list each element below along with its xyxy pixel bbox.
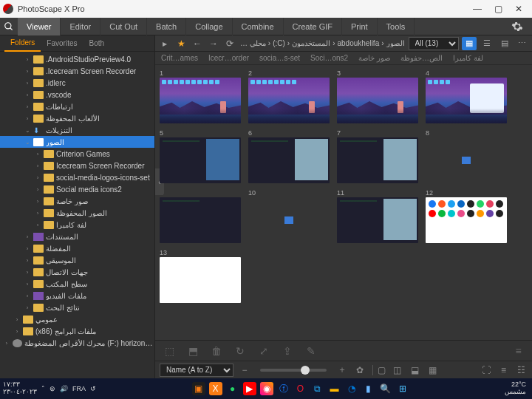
tree-node[interactable]: ›Social media icons2 <box>0 183 154 195</box>
tab-viewer[interactable]: Viewer <box>18 18 61 35</box>
tree-node[interactable]: ›عمومي <box>0 313 154 325</box>
opera-icon[interactable]: O <box>294 382 307 395</box>
thumb-item[interactable]: 7 <box>337 129 418 183</box>
tree-node[interactable]: ›(x86) ملفات البرامج <box>0 325 154 337</box>
list-toggle-icon[interactable]: ≡ <box>497 365 511 375</box>
rotate-icon[interactable]: ↻ <box>232 345 248 357</box>
thumb-item[interactable]: 13 <box>160 249 241 303</box>
sidebar-tab-folders[interactable]: Folders <box>4 35 41 52</box>
thumb-item[interactable]: 2 <box>248 69 330 123</box>
subcat-item[interactable]: Crit…ames <box>161 54 198 62</box>
tab-editor[interactable]: Editor <box>61 18 100 35</box>
tree-node[interactable]: ›ارتباطات <box>0 100 154 112</box>
folder-tree[interactable]: ›.AndroidStudioPreview4.0›.Icecream Scre… <box>0 52 154 378</box>
zoom-out-icon[interactable]: − <box>238 365 251 375</box>
layout-2-icon[interactable]: ◫ <box>390 365 403 375</box>
tree-node[interactable]: ⌄⬇التنزيلات <box>0 124 154 136</box>
tree-node[interactable]: ⌄الصور <box>0 136 154 148</box>
subcat-item[interactable]: الص…حفوظة <box>400 54 443 62</box>
sidebar-tab-both[interactable]: Both <box>83 35 110 52</box>
start-icon[interactable]: ⊞ <box>396 382 409 395</box>
lang-indicator[interactable]: FRA <box>72 385 86 392</box>
zoom-in-icon[interactable]: ＋ <box>335 364 349 376</box>
tree-node[interactable]: ›المفضلة <box>0 242 154 254</box>
tree-node[interactable]: ›.idlerc <box>0 77 154 89</box>
tree-node[interactable]: ›.vscode <box>0 89 154 100</box>
tree-node[interactable]: ›محرك الأقراص المضغوطة (F:) horizonchas <box>0 337 154 349</box>
sync-icon[interactable]: ↺ <box>90 385 96 392</box>
thumb-item[interactable]: 11 <box>337 189 418 243</box>
fullscreen-icon[interactable]: ⛶ <box>480 365 493 375</box>
layout-1-icon[interactable]: ▢ <box>372 365 386 375</box>
wifi-icon[interactable]: ⊚ <box>50 385 55 392</box>
subcat-item[interactable]: صور خاصة <box>358 54 390 62</box>
tree-node[interactable]: ›الصور المحفوظة <box>0 207 154 219</box>
thumb-item[interactable]: 4 <box>426 69 507 123</box>
thumb-item[interactable]: 8 <box>426 129 507 183</box>
gear-icon[interactable]: ✿ <box>353 365 366 375</box>
view-detail-icon[interactable]: ▤ <box>497 37 512 50</box>
minimize-button[interactable]: — <box>467 1 488 17</box>
tab-cutout[interactable]: Cut Out <box>100 18 147 35</box>
windows-taskbar[interactable]: ١٧:٣٣٢٠٢٣-٠٤-٢٣ ˄ ⊚ 🔊 FRA ↺ ▣ X ● ▶ ◉ ⓕ … <box>0 378 532 399</box>
nav-back-icon[interactable]: ← <box>191 37 204 50</box>
trash-icon[interactable]: 🗑 <box>208 345 225 357</box>
sidebar-tab-favorites[interactable]: Favorites <box>41 35 83 52</box>
refresh-icon[interactable]: ⟳ <box>223 37 236 50</box>
layout-4-icon[interactable]: ▦ <box>426 365 439 375</box>
subcat-item[interactable]: لفة كاميرا <box>453 54 483 62</box>
tab-combine[interactable]: Combine <box>233 18 284 35</box>
tree-node[interactable]: ›سطح المكتب <box>0 278 154 290</box>
layout-3-icon[interactable]: ⬓ <box>408 365 421 375</box>
facebook-icon[interactable]: ⓕ <box>277 382 290 395</box>
tray-chevron-icon[interactable]: ˄ <box>41 385 45 392</box>
search-icon[interactable] <box>0 18 18 35</box>
tree-node[interactable]: ›لفة كاميرا <box>0 219 154 231</box>
tab-print[interactable]: Print <box>342 18 378 35</box>
tree-node[interactable]: ›ملفات الفيديو <box>0 290 154 301</box>
crop-icon[interactable]: ⬒ <box>185 345 201 357</box>
tree-node[interactable]: ›الموسيقى <box>0 254 154 266</box>
edit-icon[interactable]: ✎ <box>303 345 319 357</box>
menu-icon[interactable]: ≡ <box>511 345 527 357</box>
vscode-icon[interactable]: ⧉ <box>311 382 324 395</box>
tree-node[interactable]: ›.AndroidStudioPreview4.0 <box>0 53 154 65</box>
tree-node[interactable]: ›social-media-logos-icons-set <box>0 171 154 183</box>
zoom-slider[interactable] <box>260 369 327 372</box>
tree-node[interactable]: ›الألعاب المحفوظة <box>0 112 154 124</box>
app-icon[interactable]: ▣ <box>192 382 205 395</box>
close-button[interactable]: ✕ <box>508 1 529 17</box>
share-icon[interactable]: ⇪ <box>279 345 296 357</box>
thumb-item[interactable]: 3 <box>337 69 418 123</box>
subcat-item[interactable]: Icecr…order <box>208 54 249 62</box>
app-icon[interactable]: ▮ <box>362 382 375 395</box>
tab-creategif[interactable]: Create GIF <box>284 18 342 35</box>
view-list-icon[interactable]: ☰ <box>480 37 494 50</box>
thumb-item[interactable]: 12 <box>426 189 507 243</box>
subcat-item[interactable]: socia…s-set <box>259 54 300 62</box>
search-icon[interactable]: 🔍 <box>379 382 392 395</box>
tab-collage[interactable]: Collage <box>186 18 232 35</box>
thumbnail-grid[interactable]: ‹ 1 2 3 4 5 6 7 8 9 10 11 12 13 <box>155 65 532 340</box>
tree-node[interactable]: ›.Icecream Screen Recorder <box>0 65 154 77</box>
view-grid-icon[interactable]: ▦ <box>462 37 477 50</box>
favorite-star-icon[interactable]: ★ <box>174 37 188 50</box>
nav-dropdown-icon[interactable]: ▸ <box>158 37 171 50</box>
weather-widget[interactable]: 22°C مشمس <box>505 381 529 396</box>
volume-icon[interactable]: 🔊 <box>60 385 68 392</box>
tab-batch[interactable]: Batch <box>147 18 186 35</box>
youtube-icon[interactable]: ▶ <box>243 382 256 395</box>
instagram-icon[interactable]: ◉ <box>260 382 273 395</box>
thumb-item[interactable]: 6 <box>248 129 330 183</box>
filter-select[interactable]: All (13) <box>409 37 459 50</box>
camera-icon[interactable]: ⬚ <box>161 345 177 357</box>
explorer-icon[interactable]: ▬ <box>328 382 341 395</box>
whatsapp-icon[interactable]: ● <box>226 382 239 395</box>
xampp-icon[interactable]: X <box>209 382 222 395</box>
edge-icon[interactable]: ◔ <box>345 382 358 395</box>
tree-node[interactable]: ›صور خاصة <box>0 195 154 207</box>
tree-node[interactable]: ›Icecream Screen Recorder <box>0 160 154 171</box>
sort-select[interactable]: Name (A to Z) <box>160 364 233 377</box>
tree-node[interactable]: ›جهات الاتصال <box>0 266 154 278</box>
settings-button[interactable] <box>502 18 532 35</box>
